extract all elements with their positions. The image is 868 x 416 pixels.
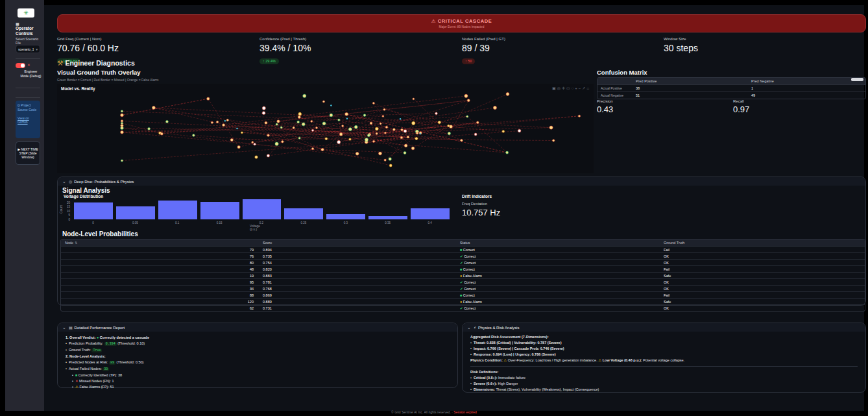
report-line: •Impact: 0.766 (Severe) | Cascade Prob: … [470,346,858,352]
cell-true-positive: 38 [631,86,746,90]
footer-alert-link[interactable]: Session expired [453,410,477,414]
column-header[interactable]: Pred Positive [631,79,746,83]
status-cell: ■ Correct [456,267,660,271]
column-header[interactable]: Pred Negative [746,79,862,83]
ground-truth-cell: OK [660,287,865,291]
report-line: 1. Overall Verdict: ● Correctly detected… [66,335,450,341]
table-row: 800.754✔ CorrectOK [61,259,865,265]
metric-value: 0.43 [597,104,613,114]
column-header-status[interactable]: Status [456,241,660,245]
link-icon: ⧉ [18,103,20,107]
report-line: •⚠ False Alarms (FP): 51 [66,384,450,390]
histogram-bar [200,202,239,219]
report-divider [470,366,858,367]
next-time-step-button[interactable]: ▶ NEXT TIME STEP (Slide Window) [16,141,40,165]
score-cell: 0.883 [259,274,456,278]
overlay-title: Visual Ground Truth Overlay [57,69,141,76]
metric-label: Confidence (Pred | Thresh) [259,37,311,41]
confusion-matrix-table: Pred Positive Pred Negative Actual Posit… [597,77,866,99]
table-row: 340.768✔ CorrectOK [61,285,865,291]
github-link[interactable]: View on GitHub [18,116,29,125]
node-id-cell: 48 [61,267,259,271]
ground-truth-cell: Fail [660,293,865,297]
confusion-matrix-title: Confusion Matrix [597,69,647,76]
physics-risk-body: Aggregated Risk Assessment (7-Dimensions… [463,332,865,395]
column-header-node[interactable]: Node⇅ [61,241,259,245]
ground-truth-cell: Fail [660,248,865,252]
column-header-ground-truth[interactable]: Ground Truth [660,241,865,245]
yellow-dot-icon: ● [460,300,462,304]
zoom-icon[interactable]: ◎ [557,86,562,90]
controls-icon: ▦ [16,21,19,26]
ground-truth-cell: Safe [660,274,865,278]
node-probabilities-title: Node-Level Probabilities [62,230,138,238]
status-cell: ■ Correct [456,293,660,297]
report-line: 2. Node-Level Analysis: [66,354,450,360]
x-axis-tick: 0.4 [417,221,443,225]
network-graph-canvas[interactable] [57,84,594,173]
performance-report-header[interactable]: ⌄ ▤ Detailed Performance Report [58,323,457,332]
ground-truth-cell: OK [660,280,865,284]
expander-label: Detailed Performance Report [75,326,125,330]
green-check-icon: ✔ [460,280,463,284]
report-line: Risk Definitions: [470,369,858,375]
score-cell: 0.781 [259,280,456,284]
physics-risk-expander: ⌄ ⚡ Physics & Risk Analysis Aggregated R… [462,323,866,393]
pan-icon[interactable]: ✛ [562,86,566,90]
cell-false-negative: 1 [746,86,862,90]
report-line: •Threat: 0.838 (Critical) | Vulnerabilit… [470,340,858,346]
x-axis-tick: 0.25 [291,221,317,225]
critical-cascade-alert: ⚠ CRITICAL CASCADE Major Event: 89 Nodes… [57,14,866,32]
x-axis-tick: 0.05 [122,221,148,225]
y-axis-title: Count [60,205,63,214]
camera-icon[interactable]: ▣ [552,86,557,90]
physics-risk-header[interactable]: ⌄ ⚡ Physics & Risk Analysis [463,323,865,332]
table-row: 790.894■ CorrectFail [61,246,865,252]
status-cell: ● False Alarm [456,300,660,304]
green-check-icon: ✔ [460,287,463,291]
scenario-file-select[interactable]: scenario_1 ▾ [16,45,40,53]
drift-indicators-title: Drift Indicators [462,194,492,199]
node-id-cell: 34 [61,287,259,291]
app-logo: ✳ [18,8,34,18]
scenario-file-label: Select Scenario File [16,37,42,45]
engineer-mode-icon: ✕ [27,63,30,67]
row-label: Actual Negative [597,93,631,97]
ground-truth-cell: OK [660,254,865,258]
source-code-title: Project Source Code [18,103,36,112]
deep-dive-expander-header[interactable]: ⌄ ◎ Deep Dive: Probabilities & Physics [58,177,865,186]
chevron-down-icon: ⌄ [467,325,471,330]
score-cell: 0.731 [259,306,456,310]
ground-truth-cell: OK [660,261,865,265]
expander-label: Deep Dive: Probabilities & Physics [74,180,134,184]
overlay-caption: Green Border = Correct | Red Border = Mi… [57,78,158,82]
x-axis-title: Voltage (p.u.) [250,225,260,231]
metric-delta-badge: ↑ 50 [462,58,475,64]
freq-deviation-label: Freq Deviation [462,202,487,206]
score-cell: 0.768 [259,287,456,291]
metric-confidence: Confidence (Pred | Thresh) 39.4% / 10% ↑… [259,37,311,65]
performance-report-body: 1. Overall Verdict: ● Correctly detected… [58,332,457,393]
ground-truth-cell: OK [660,306,865,310]
status-cell: ● False Alarm [456,274,660,278]
table-header-row: Pred Positive Pred Negative [597,78,865,84]
node-id-cell: 79 [61,248,259,252]
reset-axes-icon[interactable]: ⌂ [586,86,590,90]
recall-metric: Recall 0.97 [733,99,749,114]
box-select-icon[interactable]: ▭ [566,86,572,90]
metric-label: Nodes Failed (Pred | GT) [462,37,505,41]
clipboard-icon: ▤ [69,325,73,330]
table-row: 760.735✔ CorrectOK [61,252,865,259]
report-line: •Critical (0.8+): Immediate failure [470,375,858,381]
y-axis-tick: 5 [61,214,70,217]
alert-title: ⚠ CRITICAL CASCADE [431,18,492,24]
sidebar-divider [16,97,40,98]
metric-label: Recall [733,99,749,103]
performance-report-expander: ⌄ ▤ Detailed Performance Report 1. Overa… [57,323,458,388]
table-row: 880.869■ CorrectFail [61,291,865,298]
column-header-score[interactable]: Score [259,241,456,245]
yellow-dot-icon: ● [460,274,462,278]
engineer-mode-toggle[interactable] [16,63,25,68]
lightning-icon: ⚡ [474,325,476,330]
table-scrollbar[interactable] [851,78,863,81]
